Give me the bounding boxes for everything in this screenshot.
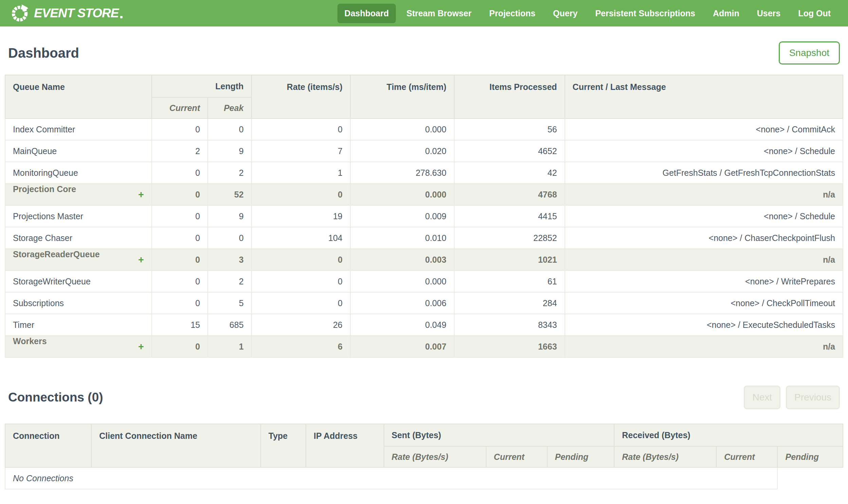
time-cell: 0.003 bbox=[350, 249, 454, 270]
nav-item-label: Users bbox=[757, 8, 781, 18]
items-processed-cell: 8343 bbox=[454, 314, 565, 336]
items-processed-cell: 4652 bbox=[454, 140, 565, 162]
rate-cell: 1 bbox=[252, 162, 350, 184]
col-received-bytes: Received (Bytes) bbox=[614, 424, 843, 446]
queue-name: Subscriptions bbox=[13, 298, 64, 308]
nav-item[interactable]: Projections bbox=[482, 4, 542, 23]
length-current-cell: 0 bbox=[152, 292, 208, 314]
rate-cell: 0 bbox=[252, 184, 350, 205]
queue-name: Workers bbox=[13, 336, 47, 346]
nav-item-label: Admin bbox=[713, 8, 739, 18]
queue-name-cell: Index Committer + bbox=[5, 119, 152, 140]
snapshot-button[interactable]: Snapshot bbox=[779, 41, 840, 65]
items-processed-cell: 4415 bbox=[454, 205, 565, 227]
queue-table-row: MonitoringQueue + 0 2 1 278.630 42 GetFr… bbox=[5, 162, 843, 184]
length-peak-cell: 2 bbox=[208, 270, 251, 292]
time-cell: 0.010 bbox=[350, 227, 454, 249]
brand: EVENT STORE bbox=[10, 4, 123, 23]
queue-table-row: Timer + 15 685 26 0.049 8343 <none> / Ex… bbox=[5, 314, 843, 336]
no-connections-row: No Connections bbox=[5, 467, 843, 489]
length-peak-cell: 0 bbox=[208, 227, 251, 249]
nav-item-label: Stream Browser bbox=[407, 8, 471, 18]
queue-name-cell: MainQueue + bbox=[5, 140, 152, 162]
nav-item[interactable]: Log Out bbox=[791, 4, 838, 23]
length-current-cell: 0 bbox=[152, 184, 208, 205]
items-processed-cell: 284 bbox=[454, 292, 565, 314]
expand-icon[interactable]: + bbox=[138, 336, 144, 357]
message-cell: <none> / ChaserCheckpointFlush bbox=[565, 227, 843, 249]
col-received-rate: Rate (Bytes/s) bbox=[614, 446, 716, 467]
time-cell: 0.006 bbox=[350, 292, 454, 314]
length-peak-cell: 9 bbox=[208, 140, 251, 162]
length-current-cell: 15 bbox=[152, 314, 208, 336]
items-processed-cell: 61 bbox=[454, 270, 565, 292]
length-peak-cell: 5 bbox=[208, 292, 251, 314]
time-cell: 0.000 bbox=[350, 119, 454, 140]
col-client-connection-name: Client Connection Name bbox=[91, 424, 261, 467]
queue-name: Index Committer bbox=[13, 125, 75, 134]
col-length: Length bbox=[152, 75, 252, 97]
message-cell: n/a bbox=[565, 336, 843, 357]
queue-stats-table: Queue Name Length Rate (items/s) Time (m… bbox=[5, 75, 843, 358]
queue-name-cell: MonitoringQueue + bbox=[5, 162, 152, 184]
previous-button[interactable]: Previous bbox=[786, 385, 840, 409]
queue-table-row: Storage Chaser + 0 0 104 0.010 22852 <no… bbox=[5, 227, 843, 249]
queue-name-cell: Projections Master + bbox=[5, 205, 152, 227]
items-processed-cell: 42 bbox=[454, 162, 565, 184]
rate-cell: 0 bbox=[252, 270, 350, 292]
length-current-cell: 0 bbox=[152, 119, 208, 140]
queue-name-cell: StorageReaderQueue + bbox=[5, 249, 152, 270]
length-peak-cell: 52 bbox=[208, 184, 251, 205]
time-cell: 0.009 bbox=[350, 205, 454, 227]
message-cell: <none> / ExecuteScheduledTasks bbox=[565, 314, 843, 336]
queue-table-row: Index Committer + 0 0 0 0.000 56 <none> … bbox=[5, 119, 843, 140]
expand-icon[interactable]: + bbox=[138, 184, 144, 205]
time-cell: 0.020 bbox=[350, 140, 454, 162]
page-content: Dashboard Snapshot Queue Name Length Rat… bbox=[0, 41, 848, 489]
nav-item[interactable]: Dashboard bbox=[338, 4, 396, 23]
rate-cell: 6 bbox=[252, 336, 350, 357]
col-message: Current / Last Message bbox=[565, 75, 843, 119]
queue-table-body: Index Committer + 0 0 0 0.000 56 <none> … bbox=[5, 119, 843, 357]
length-current-cell: 0 bbox=[152, 162, 208, 184]
queue-table-row: MainQueue + 2 9 7 0.020 4652 <none> / Sc… bbox=[5, 140, 843, 162]
length-current-cell: 0 bbox=[152, 270, 208, 292]
nav-item[interactable]: Stream Browser bbox=[399, 4, 479, 23]
connections-table-header: Connection Client Connection Name Type I… bbox=[5, 424, 843, 467]
time-cell: 278.630 bbox=[350, 162, 454, 184]
col-received-current: Current bbox=[716, 446, 777, 467]
message-cell: <none> / CheckPollTimeout bbox=[565, 292, 843, 314]
nav-item[interactable]: Users bbox=[750, 4, 788, 23]
queue-name-cell: Subscriptions + bbox=[5, 292, 152, 314]
time-cell: 0.007 bbox=[350, 336, 454, 357]
col-sent-current: Current bbox=[486, 446, 547, 467]
message-cell: <none> / CommitAck bbox=[565, 119, 843, 140]
expand-icon[interactable]: + bbox=[138, 250, 144, 270]
rate-cell: 0 bbox=[252, 249, 350, 270]
col-received-pending: Pending bbox=[777, 446, 843, 467]
queue-name-cell: Storage Chaser + bbox=[5, 227, 152, 249]
queue-table-row: Projections Master + 0 9 19 0.009 4415 <… bbox=[5, 205, 843, 227]
next-button[interactable]: Next bbox=[744, 385, 780, 409]
queue-table-row: Workers + 0 1 6 0.007 1663 n/a bbox=[5, 336, 843, 357]
queue-name: MainQueue bbox=[13, 146, 57, 156]
connections-title: Connections (0) bbox=[8, 390, 103, 404]
rate-cell: 0 bbox=[252, 119, 350, 140]
nav-item[interactable]: Persistent Subscriptions bbox=[588, 4, 702, 23]
nav-item-label: Log Out bbox=[798, 8, 831, 18]
col-sent-bytes: Sent (Bytes) bbox=[384, 424, 614, 446]
queue-name: Projections Master bbox=[13, 212, 83, 221]
rate-cell: 19 bbox=[252, 205, 350, 227]
brand-text: EVENT STORE bbox=[34, 6, 123, 20]
event-store-logo-icon bbox=[10, 4, 29, 23]
length-peak-cell: 685 bbox=[208, 314, 251, 336]
nav-item[interactable]: Admin bbox=[706, 4, 746, 23]
length-current-cell: 0 bbox=[152, 227, 208, 249]
nav-item[interactable]: Query bbox=[546, 4, 584, 23]
items-processed-cell: 56 bbox=[454, 119, 565, 140]
message-cell: <none> / Schedule bbox=[565, 140, 843, 162]
queue-table-row: Subscriptions + 0 5 0 0.006 284 <none> /… bbox=[5, 292, 843, 314]
page-title: Dashboard bbox=[8, 46, 79, 61]
items-processed-cell: 22852 bbox=[454, 227, 565, 249]
length-current-cell: 0 bbox=[152, 249, 208, 270]
